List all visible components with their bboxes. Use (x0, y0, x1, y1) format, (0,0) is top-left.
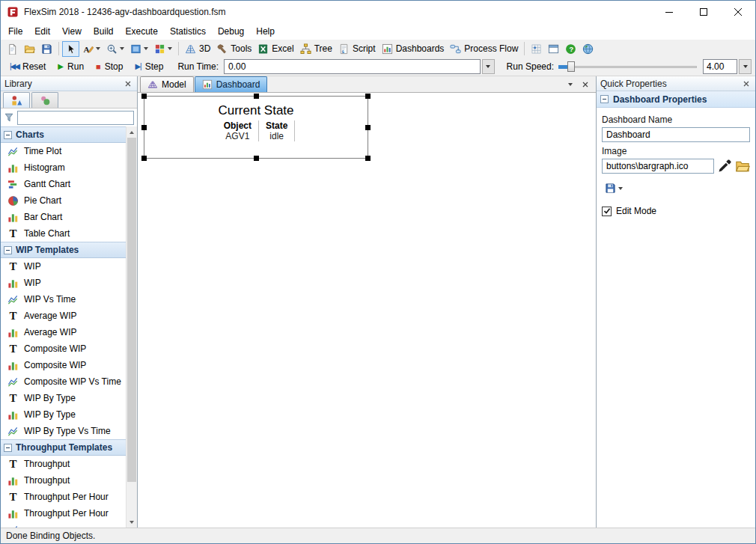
menu-help[interactable]: Help (250, 23, 281, 40)
scroll-up-icon[interactable] (126, 126, 137, 138)
selection-handle[interactable] (141, 94, 147, 99)
library-item[interactable]: TThroughput (1, 456, 126, 472)
dashboard-name-input[interactable] (602, 127, 750, 142)
menu-edit[interactable]: Edit (28, 23, 56, 40)
save-image-button[interactable] (602, 181, 626, 195)
library-item[interactable]: TWIP (1, 258, 126, 275)
scrollbar-track[interactable] (126, 138, 137, 516)
process-flow-button[interactable]: Process Flow (447, 41, 521, 57)
minimize-button[interactable] (652, 1, 686, 23)
new-model-button[interactable] (4, 41, 21, 57)
fill-color-tool-button[interactable] (127, 41, 151, 57)
menu-view[interactable]: View (56, 23, 88, 40)
grid-settings-button[interactable] (528, 41, 545, 57)
selection-handle[interactable] (254, 156, 259, 161)
run-speed-slider[interactable] (558, 60, 697, 73)
browse-folder-icon[interactable] (735, 159, 750, 174)
run-time-input[interactable] (224, 59, 481, 74)
library-item[interactable]: WIP By Type Vs Time (1, 423, 126, 439)
window-layout-button[interactable] (545, 41, 562, 57)
library-people-tab[interactable] (31, 92, 58, 108)
online-content-button[interactable] (579, 41, 597, 57)
menu-execute[interactable]: Execute (120, 23, 164, 40)
save-model-button[interactable] (38, 41, 55, 57)
run-time-dropdown-button[interactable] (482, 59, 495, 74)
library-item[interactable]: TTable Chart (1, 225, 126, 242)
selection-handle[interactable] (365, 125, 371, 130)
library-item[interactable] (1, 522, 126, 528)
slider-track[interactable] (558, 66, 697, 68)
image-path-input[interactable] (602, 159, 714, 174)
library-item[interactable]: Bar Chart (1, 209, 126, 225)
library-item[interactable]: WIP (1, 275, 126, 291)
step-button[interactable]: ▶| Step (129, 60, 168, 73)
tab-model[interactable]: Model (140, 76, 194, 92)
scroll-down-icon[interactable] (126, 516, 137, 528)
library-item[interactable]: WIP By Type (1, 406, 126, 423)
library-item[interactable]: Time Plot (1, 143, 126, 159)
maximize-button[interactable] (686, 1, 721, 23)
collapse-minus-icon[interactable] (4, 131, 12, 139)
library-item[interactable]: Composite WIP Vs Time (1, 373, 126, 390)
collapse-minus-icon[interactable] (4, 246, 12, 254)
text-tool-button[interactable]: A (79, 41, 103, 57)
library-section-header[interactable]: Charts (1, 126, 126, 143)
library-item[interactable]: Histogram (1, 159, 126, 176)
tab-close-button[interactable] (580, 79, 591, 90)
dashboards-button[interactable]: Dashboards (379, 41, 448, 57)
library-scrollbar[interactable] (126, 126, 137, 528)
dashboard-properties-section-header[interactable]: Dashboard Properties (597, 91, 755, 108)
selection-handle[interactable] (365, 156, 371, 161)
texture-tool-button[interactable] (151, 41, 175, 57)
library-item[interactable]: WIP Vs Time (1, 291, 126, 308)
dashboard-canvas[interactable]: Current State Object State AGV1 idle (138, 93, 596, 528)
tree-button[interactable]: Tree (297, 41, 335, 57)
library-item[interactable]: Average WIP (1, 324, 126, 340)
library-item[interactable]: TComposite WIP (1, 340, 126, 357)
slider-handle[interactable] (567, 61, 575, 72)
select-tool-button[interactable] (62, 41, 79, 57)
quick-properties-close-button[interactable] (741, 79, 752, 89)
help-button[interactable]: ? (562, 41, 579, 57)
script-button[interactable]: sScript (335, 41, 379, 57)
run-speed-input[interactable] (703, 59, 737, 74)
menu-statistics[interactable]: Statistics (164, 23, 212, 40)
library-item[interactable]: TAverage WIP (1, 308, 126, 324)
current-state-widget[interactable]: Current State Object State AGV1 idle (144, 96, 368, 159)
tools-button[interactable]: Tools (213, 41, 254, 57)
library-section-header[interactable]: WIP Templates (1, 242, 126, 258)
collapse-minus-icon[interactable] (4, 444, 12, 452)
3d-view-button[interactable]: 3D (182, 41, 213, 57)
stop-button[interactable]: ■ Stop (91, 60, 128, 73)
library-item[interactable]: TThroughput Per Hour (1, 489, 126, 505)
excel-button[interactable]: Excel (254, 41, 296, 57)
selection-handle[interactable] (365, 94, 371, 99)
library-item[interactable]: Throughput (1, 472, 126, 489)
eyedropper-icon[interactable] (717, 159, 732, 174)
selection-handle[interactable] (141, 156, 147, 161)
run-button[interactable]: ▶ Run (52, 60, 89, 73)
reset-button[interactable]: |◀◀ Reset (4, 60, 51, 73)
library-objects-tab[interactable] (3, 92, 30, 108)
library-close-button[interactable] (123, 79, 133, 89)
selection-handle[interactable] (254, 94, 259, 99)
run-speed-dropdown-button[interactable] (739, 59, 752, 74)
edit-mode-checkbox[interactable] (602, 207, 612, 216)
library-section-header[interactable]: Throughput Templates (1, 439, 126, 456)
tab-dashboard[interactable]: Dashboard (195, 76, 268, 92)
close-button[interactable] (721, 1, 755, 23)
library-item[interactable]: Gantt Chart (1, 176, 126, 192)
selection-handle[interactable] (141, 125, 147, 130)
menu-file[interactable]: File (2, 23, 28, 40)
library-search-input[interactable] (17, 111, 134, 125)
open-model-button[interactable] (21, 41, 38, 57)
library-item[interactable]: Composite WIP (1, 357, 126, 373)
library-item[interactable]: Throughput Per Hour (1, 505, 126, 522)
scrollbar-thumb[interactable] (127, 138, 136, 482)
library-item[interactable]: Pie Chart (1, 192, 126, 209)
zoom-tool-button[interactable] (103, 41, 127, 57)
menu-debug[interactable]: Debug (212, 23, 250, 40)
tab-list-dropdown-icon[interactable] (568, 83, 573, 86)
menu-build[interactable]: Build (88, 23, 120, 40)
library-item[interactable]: TWIP By Type (1, 390, 126, 406)
